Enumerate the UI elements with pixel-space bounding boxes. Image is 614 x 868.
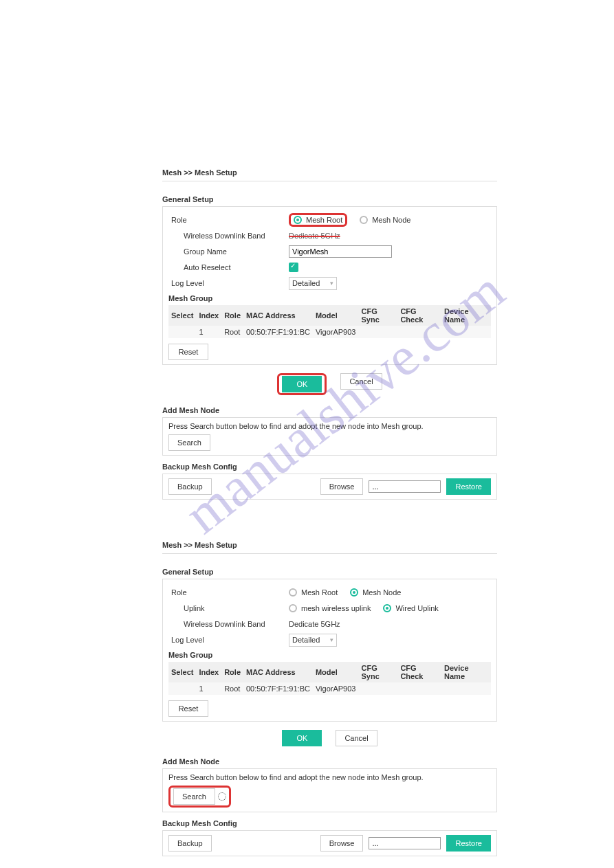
loading-spinner-icon (218, 792, 226, 801)
add-mesh-node-heading: Add Mesh Node (162, 757, 497, 766)
log-level-label: Log Level (168, 279, 289, 287)
th-select: Select (168, 662, 196, 682)
log-level-label: Log Level (168, 636, 289, 644)
general-setup-panel: Role Mesh Root Mesh Node Uplink (162, 579, 497, 722)
th-cfgcheck: CFG Check (397, 305, 441, 326)
group-name-label: Group Name (168, 247, 289, 256)
wireless-downlink-band-value: Dedicate 5GHz (289, 620, 340, 628)
radio-icon (294, 216, 302, 224)
add-mesh-node-heading: Add Mesh Node (162, 406, 497, 414)
th-mac: MAC Address (243, 305, 313, 326)
select-value: Detailed (292, 636, 320, 644)
radio-icon (289, 604, 297, 612)
radio-mesh-node[interactable]: Mesh Node (350, 588, 401, 597)
auto-reselect-label: Auto Reselect (168, 263, 289, 271)
cell-role: Root (221, 682, 243, 695)
radio-icon (360, 216, 368, 224)
table-row: 1 Root 00:50:7F:F1:91:BC VigorAP903 (168, 326, 491, 338)
mesh-setup-screenshot-node: Mesh >> Mesh Setup General Setup Role Me… (162, 541, 497, 856)
group-name-input[interactable] (289, 245, 392, 258)
backup-button[interactable]: Backup (168, 835, 212, 852)
th-model: Model (313, 662, 359, 682)
table-header-row: Select Index Role MAC Address Model CFG … (168, 662, 491, 682)
breadcrumb: Mesh >> Mesh Setup (162, 168, 497, 181)
reset-button[interactable]: Reset (168, 344, 208, 360)
backup-mesh-config-heading: Backup Mesh Config (162, 463, 497, 471)
search-button[interactable]: Search (173, 788, 215, 805)
restore-button[interactable]: Restore (446, 835, 491, 852)
backup-mesh-config-panel: Backup Browse Restore (162, 474, 497, 500)
add-mesh-node-panel: Press Search button below to find and ad… (162, 417, 497, 456)
th-cfgsync: CFG Sync (358, 305, 397, 326)
uplink-label: Uplink (168, 604, 289, 612)
radio-icon (289, 588, 297, 597)
radio-mesh-node[interactable]: Mesh Node (360, 216, 410, 224)
add-mesh-node-hint: Press Search button below to find and ad… (168, 422, 491, 430)
mesh-group-table: Select Index Role MAC Address Model CFG … (168, 662, 491, 695)
add-mesh-node-panel: Press Search button below to find and ad… (162, 768, 497, 812)
th-model: Model (313, 305, 359, 326)
backup-mesh-config-panel: Backup Browse Restore (162, 830, 497, 856)
backup-mesh-config-heading: Backup Mesh Config (162, 819, 497, 827)
mesh-setup-screenshot-root: Mesh >> Mesh Setup General Setup Role Me… (162, 168, 497, 500)
file-path-input[interactable] (369, 837, 441, 849)
radio-label: mesh wireless uplink (301, 604, 371, 612)
radio-icon (350, 588, 358, 597)
wireless-downlink-band-label: Wireless Downlink Band (168, 232, 289, 240)
th-mac: MAC Address (243, 662, 313, 682)
role-label: Role (168, 588, 289, 597)
reset-button[interactable]: Reset (168, 700, 208, 717)
cancel-button[interactable]: Cancel (340, 373, 382, 390)
select-value: Detailed (292, 279, 320, 287)
log-level-select[interactable]: Detailed ▾ (289, 634, 337, 647)
cell-mac: 00:50:7F:F1:91:BC (243, 682, 313, 695)
radio-mesh-root[interactable]: Mesh Root (289, 588, 338, 597)
mesh-root-highlight: Mesh Root (289, 213, 347, 227)
mesh-group-heading: Mesh Group (168, 651, 491, 659)
ok-button[interactable]: OK (282, 730, 322, 746)
backup-button[interactable]: Backup (168, 478, 212, 495)
browse-button[interactable]: Browse (320, 478, 364, 495)
radio-label: Mesh Node (372, 216, 410, 224)
th-index: Index (196, 662, 221, 682)
restore-button[interactable]: Restore (446, 478, 491, 495)
th-cfgsync: CFG Sync (358, 662, 397, 682)
role-label: Role (168, 216, 289, 224)
radio-mesh-root[interactable]: Mesh Root (294, 216, 342, 224)
radio-label: Mesh Root (306, 216, 342, 224)
general-setup-heading: General Setup (162, 195, 497, 203)
chevron-down-icon: ▾ (330, 636, 333, 643)
cell-model: VigorAP903 (313, 326, 359, 338)
browse-button[interactable]: Browse (320, 835, 364, 852)
radio-label: Wired Uplink (395, 604, 438, 612)
th-cfgcheck: CFG Check (397, 662, 441, 682)
chevron-down-icon: ▾ (330, 280, 333, 287)
cancel-button[interactable]: Cancel (336, 730, 377, 746)
radio-label: Mesh Root (301, 588, 338, 597)
mesh-group-heading: Mesh Group (168, 294, 491, 302)
cell-role: Root (221, 326, 243, 338)
radio-icon (383, 604, 391, 612)
general-setup-panel: Role Mesh Root Mesh Node Wireless D (162, 206, 497, 365)
th-role: Role (221, 662, 243, 682)
ok-button[interactable]: OK (282, 376, 322, 392)
radio-mesh-wireless-uplink[interactable]: mesh wireless uplink (289, 604, 371, 612)
file-path-input[interactable] (369, 480, 441, 493)
log-level-select[interactable]: Detailed ▾ (289, 277, 337, 290)
cell-index: 1 (196, 326, 221, 338)
search-highlight: Search (168, 786, 231, 808)
mesh-group-table: Select Index Role MAC Address Model CFG … (168, 305, 491, 338)
th-role: Role (221, 305, 243, 326)
search-button[interactable]: Search (168, 434, 210, 451)
cell-index: 1 (196, 682, 221, 695)
radio-label: Mesh Node (362, 588, 401, 597)
breadcrumb: Mesh >> Mesh Setup (162, 541, 497, 554)
th-select: Select (168, 305, 196, 326)
wireless-downlink-band-value: Dedicate 5GHz (289, 232, 340, 240)
th-devname: Device Name (441, 662, 491, 682)
th-index: Index (196, 305, 221, 326)
auto-reselect-checkbox[interactable] (289, 263, 298, 272)
radio-wired-uplink[interactable]: Wired Uplink (383, 604, 438, 612)
cell-mac: 00:50:7F:F1:91:BC (243, 326, 313, 338)
ok-highlight: OK (277, 373, 327, 395)
